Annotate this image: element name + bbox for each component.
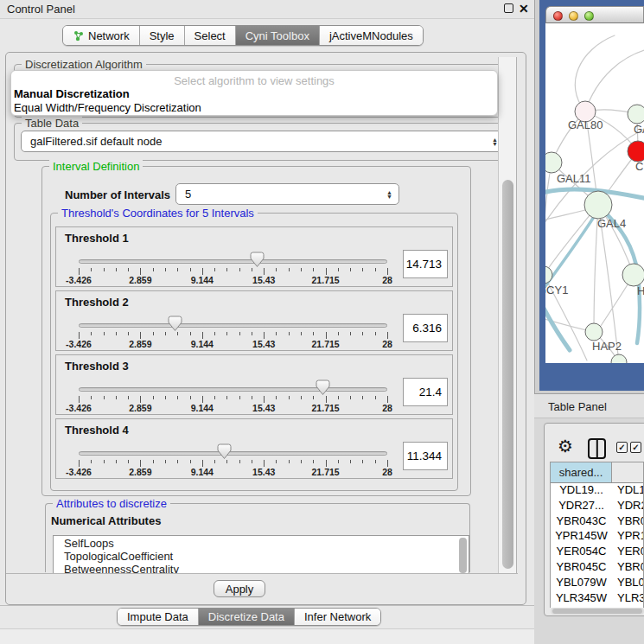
stepper-icon: ▲▼ bbox=[386, 190, 392, 199]
threshold-value-field[interactable]: 6.316 bbox=[403, 314, 448, 342]
node[interactable] bbox=[611, 354, 627, 363]
slider-track[interactable] bbox=[79, 387, 387, 392]
traffic-light-zoom-icon[interactable] bbox=[584, 11, 594, 21]
node-gcy1[interactable] bbox=[545, 266, 552, 284]
network-canvas[interactable]: GAL80GACGAL11GAL4HGCY1HAP2 bbox=[545, 23, 644, 363]
slider-tick-label: 2.859 bbox=[129, 275, 151, 285]
node-c[interactable] bbox=[628, 141, 644, 162]
gear-icon[interactable]: ⚙ bbox=[558, 437, 573, 455]
slider-track[interactable] bbox=[79, 451, 387, 456]
tab-infer-network[interactable]: Infer Network bbox=[295, 609, 380, 625]
table-row[interactable]: YDL19...YDL1 bbox=[551, 483, 643, 499]
node-ga[interactable] bbox=[628, 105, 644, 124]
slider-tick-label: 28 bbox=[382, 339, 392, 349]
column-header-shared-[interactable]: shared... bbox=[551, 462, 612, 482]
network-icon bbox=[73, 30, 84, 41]
slider-thumb[interactable] bbox=[316, 379, 330, 399]
attribute-item-topologicalcoefficient[interactable]: TopologicalCoefficient bbox=[54, 549, 469, 562]
node-label: H bbox=[637, 284, 644, 297]
slider-tick bbox=[375, 396, 376, 399]
slider-tick bbox=[313, 268, 314, 271]
slider-tick bbox=[140, 460, 141, 467]
float-window-icon[interactable] bbox=[504, 3, 513, 13]
slider-thumb[interactable] bbox=[168, 316, 182, 335]
node-gal11[interactable] bbox=[545, 152, 562, 173]
window-title: Control Panel bbox=[7, 3, 75, 16]
table-data-combobox[interactable]: galFiltered.sif default node ▲▼ bbox=[21, 131, 505, 152]
slider-tick bbox=[91, 268, 92, 271]
checkbox-icon[interactable]: ✓ bbox=[616, 442, 628, 453]
slider-tick-label: 28 bbox=[382, 403, 392, 413]
slider-thumb[interactable] bbox=[250, 252, 265, 271]
threshold-value-field[interactable]: 11.344 bbox=[403, 442, 448, 470]
close-icon[interactable]: ✕ bbox=[519, 2, 529, 16]
tab-network[interactable]: Network bbox=[63, 26, 140, 45]
cell-name: YDL1 bbox=[612, 483, 644, 499]
cell-shared-name: YBL079W bbox=[551, 576, 612, 591]
table-row[interactable]: YDR27...YDR2 bbox=[551, 499, 643, 514]
slider-tick-label: -3.426 bbox=[66, 403, 92, 413]
list-scrollbar[interactable] bbox=[459, 538, 467, 573]
network-titlebar[interactable] bbox=[545, 6, 644, 23]
table-row[interactable]: YLR345WYLR3 bbox=[551, 591, 643, 607]
popup-option-manual-discretization[interactable]: Manual Discretization bbox=[14, 87, 130, 100]
slider-tick bbox=[264, 396, 265, 403]
slider-tick-label: 9.144 bbox=[191, 339, 214, 349]
slider-thumb[interactable] bbox=[217, 443, 232, 463]
main-scrollbar-thumb[interactable] bbox=[502, 180, 513, 569]
slider-tick-label: 21.715 bbox=[312, 467, 340, 477]
algorithm-group-title: Discretization Algorithm bbox=[22, 58, 146, 71]
node-hap2[interactable] bbox=[585, 323, 603, 341]
tab-label: Cyni Toolbox bbox=[245, 29, 309, 42]
combo-value: galFiltered.sif default node bbox=[30, 135, 162, 148]
tab-discretize-data[interactable]: Discretize Data bbox=[199, 609, 295, 625]
slider-track[interactable] bbox=[79, 323, 387, 328]
node-label: GAL11 bbox=[557, 172, 591, 185]
traffic-light-close-icon[interactable] bbox=[553, 11, 563, 21]
slider-tick bbox=[301, 460, 302, 463]
column-header-na[interactable]: na bbox=[612, 462, 644, 482]
slider-tick bbox=[239, 396, 240, 399]
slider-tick bbox=[140, 268, 141, 275]
slider-tick bbox=[153, 396, 154, 399]
node-gal4[interactable] bbox=[584, 191, 612, 219]
table-row[interactable]: YBR045CYBR0 bbox=[551, 560, 643, 576]
node-table[interactable]: shared...na YDL19...YDL1YDR27...YDR2YBR0… bbox=[550, 462, 644, 608]
slider-tick bbox=[350, 460, 351, 463]
checkbox-icon[interactable]: ✓ bbox=[630, 442, 641, 453]
tab-impute-data[interactable]: Impute Data bbox=[118, 609, 199, 625]
tab-style[interactable]: Style bbox=[140, 26, 185, 45]
node-h[interactable] bbox=[622, 264, 644, 286]
num-intervals-combobox[interactable]: 5 ▲▼ bbox=[175, 183, 399, 205]
hscrollbar-thumb[interactable] bbox=[552, 609, 642, 614]
attribute-item-betweennesscentrality[interactable]: BetweennessCentrality bbox=[54, 562, 469, 574]
tab-cyni-toolbox[interactable]: Cyni Toolbox bbox=[236, 26, 320, 45]
node-label: GCY1 bbox=[545, 284, 568, 296]
attributes-list[interactable]: SelfLoopsTopologicalCoefficientBetweenne… bbox=[53, 535, 469, 574]
slider-tick bbox=[338, 460, 339, 463]
slider-tick bbox=[338, 332, 339, 335]
popup-option-equal-width-frequency-discretization[interactable]: Equal Width/Frequency Discretization bbox=[14, 101, 201, 114]
slider-tick bbox=[153, 268, 154, 271]
slider-tick bbox=[128, 460, 129, 463]
split-view-icon[interactable] bbox=[588, 438, 606, 459]
table-row[interactable]: YPR145WYPR1 bbox=[551, 529, 643, 545]
apply-button[interactable]: Apply bbox=[214, 580, 265, 597]
cell-shared-name: YDR27... bbox=[551, 499, 612, 514]
threshold-label: Threshold 4 bbox=[65, 424, 129, 437]
tab-select[interactable]: Select bbox=[185, 26, 236, 45]
threshold-value-field[interactable]: 14.713 bbox=[403, 250, 448, 278]
traffic-light-minimize-icon[interactable] bbox=[569, 11, 578, 21]
threshold-value-field[interactable]: 21.4 bbox=[403, 378, 448, 406]
slider-tick bbox=[226, 396, 227, 399]
table-row[interactable]: YBL079WYBL0 bbox=[551, 576, 643, 591]
slider-tick bbox=[301, 396, 302, 399]
slider-tick bbox=[165, 332, 166, 335]
attribute-item-selfloops[interactable]: SelfLoops bbox=[54, 536, 469, 549]
table-row[interactable]: YBR043CYBR0 bbox=[551, 514, 643, 530]
tab-jactivemnodules[interactable]: jActiveMNodules bbox=[320, 26, 423, 45]
slider-track[interactable] bbox=[79, 259, 387, 264]
slider-tick bbox=[153, 460, 154, 463]
threshold-label: Threshold 2 bbox=[65, 296, 129, 309]
table-row[interactable]: YER054CYER0 bbox=[551, 545, 643, 560]
